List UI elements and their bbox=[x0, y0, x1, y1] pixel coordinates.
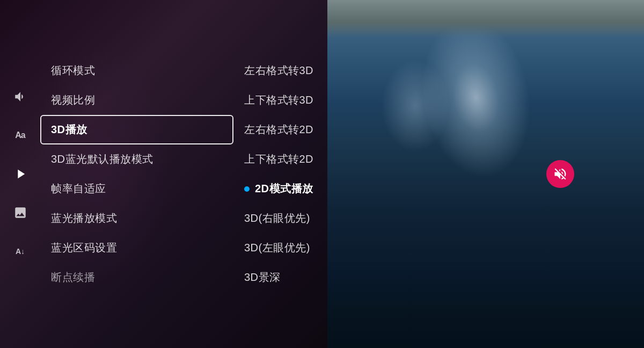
mute-button[interactable] bbox=[546, 160, 574, 188]
submenu-3d-left-eye[interactable]: 3D(左眼优先) bbox=[233, 233, 362, 263]
submenu-3d-depth[interactable]: 3D景深 bbox=[233, 263, 362, 292]
menu-item-resume[interactable]: 断点续播 bbox=[40, 263, 233, 292]
menu-item-framerate[interactable]: 帧率自适应 bbox=[40, 174, 233, 204]
submenu-tb-to-3d[interactable]: 上下格式转3D bbox=[233, 85, 362, 115]
image-icon[interactable] bbox=[10, 202, 31, 223]
menu-item-ratio[interactable]: 视频比例 bbox=[40, 85, 233, 115]
submenu-tb-to-2d[interactable]: 上下格式转2D bbox=[233, 144, 362, 174]
menu-item-3d[interactable]: 3D播放 bbox=[40, 115, 233, 144]
menu-panel: 循环模式 视频比例 3D播放 3D蓝光默认播放模式 帧率自适应 蓝光播放模式 蓝… bbox=[40, 0, 233, 348]
submenu-panel: 左右格式转3D 上下格式转3D 左右格式转2D 上下格式转2D 2D模式播放 3… bbox=[233, 0, 362, 348]
menu-item-bluray-3d[interactable]: 3D蓝光默认播放模式 bbox=[40, 144, 233, 174]
background-right bbox=[327, 0, 644, 348]
subtitle-icon[interactable]: A↓ bbox=[10, 241, 31, 262]
submenu-3d-right-eye[interactable]: 3D(右眼优先) bbox=[233, 204, 362, 233]
menu-item-loop[interactable]: 循环模式 bbox=[40, 56, 233, 85]
submenu-2d-mode[interactable]: 2D模式播放 bbox=[233, 174, 362, 204]
volume-icon[interactable] bbox=[10, 86, 31, 107]
font-size-icon[interactable]: Aa bbox=[10, 125, 31, 146]
play-icon[interactable] bbox=[10, 163, 31, 185]
submenu-lr-to-2d[interactable]: 左右格式转2D bbox=[233, 115, 362, 144]
ocean-scene bbox=[327, 0, 644, 348]
menu-item-bluray-mode[interactable]: 蓝光播放模式 bbox=[40, 204, 233, 233]
ocean-highlight2 bbox=[375, 52, 456, 160]
active-dot bbox=[244, 186, 250, 192]
sidebar: Aa A↓ bbox=[0, 0, 40, 348]
gray-top-bar bbox=[327, 0, 644, 38]
submenu-lr-to-3d[interactable]: 左右格式转3D bbox=[233, 56, 362, 85]
menu-item-region[interactable]: 蓝光区码设置 bbox=[40, 233, 233, 263]
